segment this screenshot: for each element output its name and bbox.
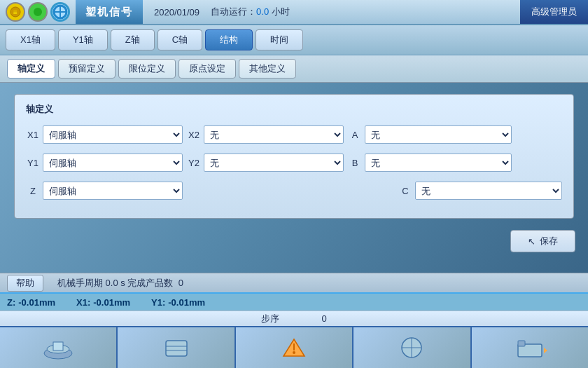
form-row-z: Z 伺服轴 步进轴 无 C 无 伺服轴 步 <box>26 182 562 200</box>
label-y2: Y2 <box>187 158 201 168</box>
thumbnail-2[interactable] <box>118 327 235 368</box>
select-y1[interactable]: 伺服轴 步进轴 无 <box>43 154 183 172</box>
label-a: A <box>348 130 362 140</box>
coord-z-label: Z: <box>7 297 15 308</box>
thumbnail-1[interactable] <box>0 327 118 368</box>
svg-rect-19 <box>518 341 525 346</box>
thumbnail-4[interactable] <box>354 327 471 368</box>
form-group-c: C 无 伺服轴 步进轴 <box>398 182 562 200</box>
tab-c[interactable]: C轴 <box>158 29 202 50</box>
help-button[interactable]: 帮助 <box>7 275 43 292</box>
subtab-axis-def[interactable]: 轴定义 <box>7 59 55 79</box>
coord-x1: X1: -0.01mm <box>76 297 130 308</box>
select-y2[interactable]: 无 伺服轴 步进轴 <box>204 154 344 172</box>
label-b: B <box>348 158 362 168</box>
thumbnail-3[interactable] <box>236 327 354 368</box>
subtab-limit[interactable]: 限位定义 <box>118 59 176 79</box>
svg-marker-20 <box>544 348 547 353</box>
label-x2: X2 <box>187 130 201 140</box>
thumb2-icon <box>159 334 194 362</box>
coord-bar: Z: -0.01mm X1: -0.01mm Y1: -0.01mm <box>0 292 588 311</box>
coord-y1-label: Y1: <box>151 297 165 308</box>
label-y1: Y1 <box>26 158 40 168</box>
thumbnail-bar <box>0 326 588 368</box>
select-x1[interactable]: 伺服轴 步进轴 无 <box>43 125 183 144</box>
tab-time[interactable]: 时间 <box>255 29 303 50</box>
form-group-b: B 无 伺服轴 步进轴 <box>348 154 512 172</box>
save-label: 保存 <box>540 235 558 247</box>
form-group-a: A 无 伺服轴 步进轴 <box>348 125 512 144</box>
tab-z[interactable]: Z轴 <box>111 29 155 50</box>
status-machine-text: 机械手周期 0.0 s 完成产品数 <box>57 278 173 288</box>
status-unit: 小时 <box>269 6 290 17</box>
step-bar: 步序 0 <box>0 311 588 326</box>
form-container: 轴定义 X1 伺服轴 步进轴 无 X2 无 <box>0 83 588 224</box>
tab-x1[interactable]: X1轴 <box>6 29 55 50</box>
form-row-x: X1 伺服轴 步进轴 无 X2 无 伺服轴 步进轴 <box>26 125 562 144</box>
select-a[interactable]: 无 伺服轴 步进轴 <box>365 125 512 144</box>
label-x1: X1 <box>26 130 40 140</box>
coord-y1: Y1: -0.01mm <box>151 297 205 308</box>
form-row-y: Y1 伺服轴 步进轴 无 Y2 无 伺服轴 步进轴 <box>26 154 562 172</box>
form-group-x2: X2 无 伺服轴 步进轴 <box>187 125 344 144</box>
page-wrapper: ≡ 塑机信号 2020/01/09 自动运行：0.0 小时 高级管理员 <box>0 0 588 368</box>
logo-area: ≡ <box>0 2 76 22</box>
select-b[interactable]: 无 伺服轴 步进轴 <box>365 154 512 172</box>
logo-yellow: ≡ <box>6 2 25 22</box>
save-btn-row: ↖ 保存 <box>0 224 588 258</box>
logo-blue <box>50 2 70 22</box>
coord-z-value: -0.01mm <box>18 297 55 308</box>
thumbnail-5[interactable] <box>472 327 588 368</box>
header: ≡ 塑机信号 2020/01/09 自动运行：0.0 小时 高级管理员 <box>0 0 588 25</box>
select-x2[interactable]: 无 伺服轴 步进轴 <box>204 125 344 144</box>
form-panel: 轴定义 X1 伺服轴 步进轴 无 X2 无 <box>14 94 574 219</box>
header-title: 塑机信号 <box>76 0 143 24</box>
thumb5-icon <box>512 334 547 362</box>
coord-y1-value: -0.01mm <box>168 297 205 308</box>
form-group-x1: X1 伺服轴 步进轴 无 <box>26 125 183 144</box>
subtab-other[interactable]: 其他定义 <box>239 59 296 79</box>
thumb4-icon <box>394 334 429 362</box>
status-bar: 帮助 机械手周期 0.0 s 完成产品数 0 <box>0 273 588 292</box>
user-role: 高级管理员 <box>520 0 588 24</box>
cursor-icon: ↖ <box>528 236 536 247</box>
status-text: 机械手周期 0.0 s 完成产品数 0 <box>57 277 581 289</box>
svg-point-14 <box>293 351 295 354</box>
label-c: C <box>398 186 412 196</box>
label-z: Z <box>26 186 40 196</box>
step-label: 步序 <box>261 313 279 325</box>
coord-x1-value: -0.01mm <box>93 297 130 308</box>
select-z[interactable]: 伺服轴 步进轴 无 <box>43 182 183 200</box>
form-group-y2: Y2 无 伺服轴 步进轴 <box>187 154 344 172</box>
header-date: 2020/01/09 <box>143 7 211 18</box>
thumb1-icon <box>41 334 76 362</box>
top-nav: X1轴 Y1轴 Z轴 C轴 结构 时间 <box>0 25 588 55</box>
select-c[interactable]: 无 伺服轴 步进轴 <box>415 182 562 200</box>
svg-rect-9 <box>166 341 187 356</box>
logo-green <box>28 2 48 22</box>
status-label: 自动运行： <box>211 6 256 17</box>
content-area: 轴定义 预留定义 限位定义 原点设定 其他定义 轴定义 X1 伺服轴 步进轴 无 <box>0 55 588 273</box>
form-group-z: Z 伺服轴 步进轴 无 <box>26 182 183 200</box>
form-panel-title: 轴定义 <box>26 103 562 116</box>
header-status: 自动运行：0.0 小时 <box>211 6 290 18</box>
form-group-y1: Y1 伺服轴 步进轴 无 <box>26 154 183 172</box>
svg-rect-8 <box>53 342 63 350</box>
coord-z: Z: -0.01mm <box>7 297 55 308</box>
status-value: 0.0 <box>256 6 269 17</box>
subtab-reserved[interactable]: 预留定义 <box>58 59 115 79</box>
step-value: 0 <box>321 313 326 324</box>
tab-structure[interactable]: 结构 <box>205 29 253 50</box>
subtab-origin[interactable]: 原点设定 <box>178 59 236 79</box>
coord-x1-label: X1: <box>76 297 90 308</box>
sub-nav: 轴定义 预留定义 限位定义 原点设定 其他定义 <box>0 55 588 83</box>
thumb3-icon <box>276 334 312 362</box>
tab-y1[interactable]: Y1轴 <box>58 29 108 50</box>
status-count: 0 <box>178 278 183 288</box>
svg-point-2 <box>34 8 42 16</box>
save-button[interactable]: ↖ 保存 <box>510 230 575 252</box>
svg-text:≡: ≡ <box>13 8 18 16</box>
